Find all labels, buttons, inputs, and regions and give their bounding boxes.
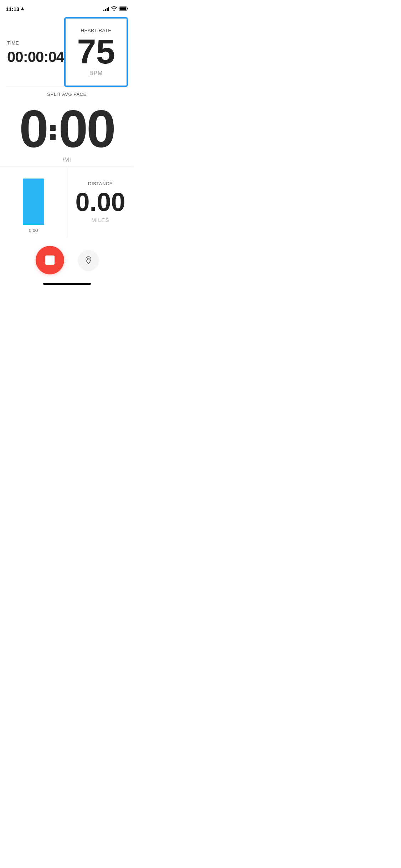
pace-digit-0: 0 [19, 103, 47, 155]
bar-chart [6, 179, 61, 225]
status-time: 11:13 [6, 6, 24, 12]
status-icons [103, 6, 128, 12]
pace-label: SPLIT AVG PACE [6, 92, 128, 97]
distance-label: DISTANCE [88, 181, 113, 186]
status-bar: 11:13 [0, 0, 134, 16]
heart-rate-value: 75 [77, 35, 115, 69]
pace-value-container: 0 00 [6, 103, 128, 155]
distance-section: DISTANCE 0.00 MILES [67, 166, 134, 237]
location-icon [84, 256, 93, 264]
chart-section: 0:00 [0, 166, 67, 237]
chart-time-label: 0:00 [29, 228, 38, 233]
home-indicator [0, 280, 134, 288]
pace-digit-00: 00 [58, 103, 114, 155]
navigation-arrow-icon [21, 7, 24, 11]
location-button[interactable] [78, 250, 98, 270]
time-label: TIME [7, 40, 19, 46]
pace-bar [23, 179, 44, 225]
pace-colon [50, 125, 56, 140]
signal-icon [103, 7, 109, 11]
svg-point-4 [87, 258, 89, 260]
controls [0, 237, 134, 280]
heart-rate-unit: BPM [89, 70, 103, 77]
svg-rect-2 [127, 8, 128, 10]
bottom-section: 0:00 DISTANCE 0.00 MILES [0, 166, 134, 237]
time-display: 11:13 [6, 6, 19, 12]
distance-value: 0.00 [75, 189, 125, 215]
time-section: TIME 00:00:04 [6, 19, 64, 87]
stop-button[interactable] [36, 246, 64, 274]
pace-dot-top [50, 125, 56, 131]
stop-icon [45, 255, 55, 265]
wifi-icon [111, 6, 117, 12]
svg-rect-3 [120, 7, 126, 10]
time-value: 00:00:04 [7, 48, 64, 66]
heart-rate-card: HEART RATE 75 BPM [64, 17, 128, 87]
pace-section: SPLIT AVG PACE 0 00 /MI [0, 87, 134, 163]
top-metrics: TIME 00:00:04 HEART RATE 75 BPM [0, 16, 134, 87]
svg-marker-0 [21, 7, 24, 11]
pace-dot-bottom [50, 134, 56, 140]
home-bar [43, 283, 91, 285]
distance-unit: MILES [91, 217, 109, 223]
battery-icon [119, 6, 128, 12]
